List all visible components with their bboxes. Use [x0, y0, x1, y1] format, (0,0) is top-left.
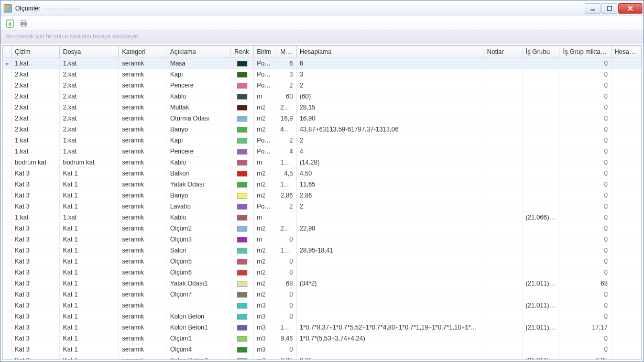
cell-miktar[interactable]: 2,86	[277, 190, 297, 201]
cell-cizim[interactable]: Kat 3	[12, 344, 60, 355]
cell-aciklama[interactable]: Ölçüm3	[167, 234, 231, 245]
cell-miktar[interactable]: 60	[277, 91, 297, 102]
cell-miktar[interactable]: 11,65	[277, 179, 297, 190]
cell-dosya[interactable]: 1.kat	[60, 135, 118, 146]
cell-isgrupmiktar[interactable]: 0	[560, 234, 611, 245]
cell-hesaplama[interactable]: 28,15	[296, 102, 484, 113]
cell-cizim[interactable]: 2.kat	[12, 124, 60, 135]
col-hesapla[interactable]: Hesapla...	[611, 46, 641, 58]
cell-aciklama[interactable]: Kapı	[167, 135, 231, 146]
cell-kategori[interactable]: seramik	[118, 278, 167, 289]
cell-isgrupmiktar[interactable]: 0	[560, 289, 611, 300]
cell-isgrupmiktar[interactable]: 0,25	[560, 355, 611, 360]
cell-isgrubu[interactable]	[522, 168, 560, 179]
cell-miktar[interactable]	[277, 212, 297, 223]
cell-renk[interactable]	[231, 234, 254, 245]
cell-dosya[interactable]: 2.kat	[60, 80, 118, 91]
cell-hesaplama[interactable]	[296, 311, 484, 322]
cell-hesaplama[interactable]	[296, 256, 484, 267]
data-grid[interactable]: Çizim Dosya Kategori Açıklama Renk Birim…	[3, 46, 641, 360]
cell-hesapla[interactable]	[611, 300, 641, 311]
cell-hesaplama[interactable]: 11,65	[296, 179, 484, 190]
cell-isgrubu[interactable]	[522, 58, 560, 69]
cell-hesapla[interactable]	[611, 267, 641, 278]
cell-isgrubu[interactable]	[522, 124, 560, 135]
cell-aciklama[interactable]: Lavabo	[167, 201, 231, 212]
table-row[interactable]: Kat 3Kat 1seramikKolon Beton1m317,171*0,…	[3, 322, 641, 333]
cell-aciklama[interactable]: Kolon Beton1	[167, 322, 231, 333]
cell-miktar[interactable]: 4,5	[277, 168, 297, 179]
cell-cizim[interactable]: Kat 3	[12, 267, 60, 278]
cell-isgrubu[interactable]	[522, 267, 560, 278]
cell-renk[interactable]	[231, 201, 254, 212]
cell-isgrupmiktar[interactable]: 0	[560, 344, 611, 355]
print-icon[interactable]	[19, 19, 28, 28]
cell-isgrupmiktar[interactable]: 0	[560, 168, 611, 179]
cell-birim[interactable]: m3	[254, 300, 277, 311]
cell-notlar[interactable]	[484, 135, 522, 146]
cell-aciklama[interactable]: Salon	[167, 245, 231, 256]
cell-dosya[interactable]: Kat 1	[60, 267, 118, 278]
cell-notlar[interactable]	[484, 69, 522, 80]
cell-miktar[interactable]: 4	[277, 146, 297, 157]
cell-isgrupmiktar[interactable]: 0	[560, 124, 611, 135]
cell-birim[interactable]: m	[254, 91, 277, 102]
cell-dosya[interactable]: Kat 1	[60, 168, 118, 179]
col-kategori[interactable]: Kategori	[118, 46, 167, 58]
cell-dosya[interactable]: Kat 1	[60, 201, 118, 212]
cell-miktar[interactable]: 3	[277, 69, 297, 80]
cell-aciklama[interactable]: Ölçüm5	[167, 256, 231, 267]
cell-dosya[interactable]: 2.kat	[60, 91, 118, 102]
cell-aciklama[interactable]: Ölçüm6	[167, 267, 231, 278]
cell-hesaplama[interactable]: 1*0,7*8,37+1*0,7*5,52+1*0,7*4,80+1*0,7*1…	[296, 322, 484, 333]
cell-kategori[interactable]: seramik	[118, 300, 167, 311]
cell-miktar[interactable]: 6	[277, 58, 297, 69]
cell-aciklama[interactable]: Banyo	[167, 190, 231, 201]
cell-birim[interactable]: m2	[254, 245, 277, 256]
cell-birim[interactable]: m	[254, 157, 277, 168]
cell-notlar[interactable]	[484, 311, 522, 322]
cell-renk[interactable]	[231, 69, 254, 80]
cell-notlar[interactable]	[484, 322, 522, 333]
cell-notlar[interactable]	[484, 333, 522, 344]
cell-kategori[interactable]: seramik	[118, 146, 167, 157]
cell-renk[interactable]	[231, 102, 254, 113]
cell-notlar[interactable]	[484, 201, 522, 212]
cell-hesapla[interactable]	[611, 157, 641, 168]
cell-birim[interactable]: Pozlar	[254, 146, 277, 157]
cell-notlar[interactable]	[484, 300, 522, 311]
cell-hesaplama[interactable]: 4,50	[296, 168, 484, 179]
cell-birim[interactable]: Pozlar	[254, 80, 277, 91]
cell-isgrubu[interactable]	[522, 333, 560, 344]
cell-kategori[interactable]: seramik	[118, 179, 167, 190]
cell-hesapla[interactable]	[611, 91, 641, 102]
cell-aciklama[interactable]: Ölçüm1	[167, 333, 231, 344]
col-isgrubu[interactable]: İş Grubu	[522, 46, 560, 58]
cell-hesapla[interactable]	[611, 278, 641, 289]
cell-renk[interactable]	[231, 190, 254, 201]
cell-birim[interactable]: Pozlar	[254, 69, 277, 80]
cell-isgrupmiktar[interactable]: 0	[560, 311, 611, 322]
cell-birim[interactable]: m2	[254, 168, 277, 179]
table-row[interactable]: Kat 3Kat 1seramikÖlçüm6m200	[3, 267, 641, 278]
cell-kategori[interactable]: seramik	[118, 80, 167, 91]
cell-aciklama[interactable]: Yatak Odası	[167, 179, 231, 190]
cell-notlar[interactable]	[484, 256, 522, 267]
col-dosya[interactable]: Dosya	[60, 46, 118, 58]
table-row[interactable]: Kat 3Kat 1seramikYatak Odası1m268(34*2)(…	[3, 278, 641, 289]
cell-miktar[interactable]: 16,9	[277, 113, 297, 124]
cell-isgrupmiktar[interactable]: 68	[560, 278, 611, 289]
cell-hesaplama[interactable]: (60)	[296, 91, 484, 102]
cell-hesaplama[interactable]: 0,25	[296, 355, 484, 360]
cell-hesapla[interactable]	[611, 69, 641, 80]
cell-miktar[interactable]: 9,46	[277, 333, 297, 344]
cell-renk[interactable]	[231, 179, 254, 190]
cell-aciklama[interactable]: Balkon	[167, 168, 231, 179]
cell-birim[interactable]: m2	[254, 267, 277, 278]
cell-miktar[interactable]: 2	[277, 80, 297, 91]
cell-renk[interactable]	[231, 278, 254, 289]
cell-isgrupmiktar[interactable]: 0	[560, 80, 611, 91]
table-row[interactable]: Kat 3Kat 1seramikÖlçüm7m200	[3, 289, 641, 300]
cell-isgrubu[interactable]	[522, 91, 560, 102]
cell-hesaplama[interactable]	[296, 212, 484, 223]
